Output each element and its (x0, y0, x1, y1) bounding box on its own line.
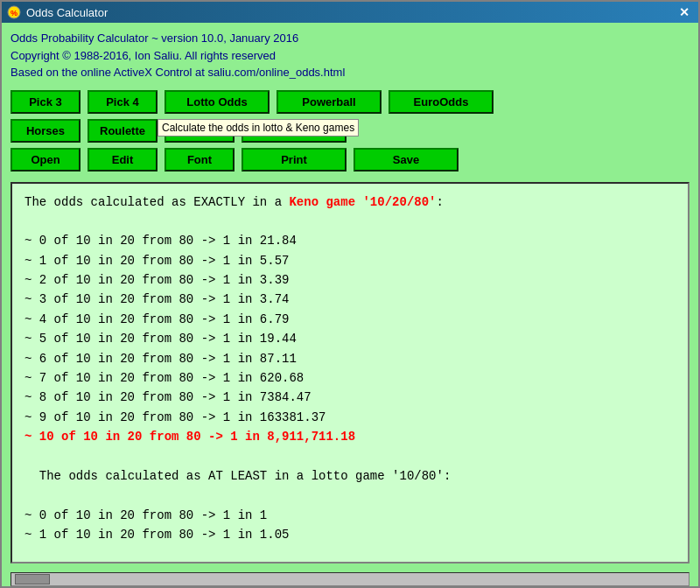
output-row: ~ 5 of 10 in 20 from 80 -> 1 in 19.44 (24, 329, 676, 348)
output-intro: The odds calculated as EXACTLY in a Keno… (24, 192, 676, 212)
output-row: ~ 1 of 10 in 20 from 80 -> 1 in 5.57 (24, 251, 676, 270)
roulette-button[interactable]: Roulette (88, 119, 158, 143)
output-row: ~ 2 of 10 in 20 from 80 -> 1 in 3.39 (24, 270, 676, 290)
svg-text:%: % (10, 9, 18, 18)
header-section: Odds Probability Calculator ~ version 10… (2, 23, 698, 85)
output-row: ~ 8 of 10 in 20 from 80 -> 1 in 7384.47 (24, 388, 676, 407)
hscrollbar-thumb[interactable] (15, 574, 50, 584)
button-row-3: Open Edit Font Print Save (10, 148, 690, 172)
titlebar: % Odds Calculator ✕ (2, 2, 698, 23)
header-line1: Odds Probability Calculator ~ version 10… (10, 30, 690, 47)
output-intro-text: The odds calculated as EXACTLY in a (24, 195, 289, 209)
header-line3: Based on the online ActiveX Control at s… (10, 64, 690, 81)
output-row: ~ 10 of 10 in 20 from 80 -> 1 in 8,911,7… (24, 427, 676, 446)
open-button[interactable]: Open (10, 148, 80, 172)
output-game-name: Keno game '10/20/80' (289, 195, 436, 209)
euroodds-button[interactable]: EuroOdds (388, 90, 494, 114)
pick3-button[interactable]: Pick 3 (10, 90, 80, 114)
horizontal-scrollbar[interactable] (10, 572, 690, 586)
pick4-button[interactable]: Pick 4 (88, 90, 158, 114)
tooltip-text: Calculate the odds in lotto & Keno games (158, 119, 359, 136)
close-button[interactable]: ✕ (676, 5, 693, 19)
output-row: ~ 3 of 10 in 20 from 80 -> 1 in 3.74 (24, 290, 676, 309)
output-row: ~ 4 of 10 in 20 from 80 -> 1 in 6.79 (24, 310, 676, 329)
output-row2: ~ 0 of 10 in 20 from 80 -> 1 in 1 (24, 506, 676, 525)
output-section2: The odds calculated as AT LEAST in a lot… (24, 466, 676, 486)
font-button[interactable]: Font (164, 148, 234, 172)
powerball-button[interactable]: Powerball (276, 90, 382, 114)
save-button[interactable]: Save (354, 148, 458, 172)
output-row: ~ 0 of 10 in 20 from 80 -> 1 in 21.84 (24, 231, 676, 250)
lotto-odds-button[interactable]: Lotto Odds (164, 90, 270, 114)
output-rows2: ~ 0 of 10 in 20 from 80 -> 1 in 1~ 1 of … (24, 506, 676, 545)
horses-button[interactable]: Horses (10, 119, 80, 143)
output-row: ~ 6 of 10 in 20 from 80 -> 1 in 87.11 (24, 349, 676, 368)
app-icon: % (7, 5, 21, 19)
roulette-tooltip-area: Roulette Calculate the odds in lotto & K… (88, 119, 158, 143)
edit-button[interactable]: Edit (88, 148, 158, 172)
output-rows: ~ 0 of 10 in 20 from 80 -> 1 in 21.84~ 1… (24, 231, 676, 446)
button-row-1: Pick 3 Pick 4 Lotto Odds Powerball EuroO… (10, 90, 690, 114)
output-row: ~ 7 of 10 in 20 from 80 -> 1 in 620.68 (24, 368, 676, 388)
output-area: The odds calculated as EXACTLY in a Keno… (10, 182, 690, 564)
button-row-2: Horses Roulette Calculate the odds in lo… (10, 119, 690, 143)
header-line2: Copyright © 1988-2016, Ion Saliu. All ri… (10, 47, 690, 65)
output-section2-text: The odds calculated as AT LEAST in a lot… (39, 469, 451, 483)
titlebar-title: Odds Calculator (26, 6, 108, 19)
main-window: % Odds Calculator ✕ Odds Probability Cal… (0, 0, 700, 588)
output-row: ~ 9 of 10 in 20 from 80 -> 1 in 163381.3… (24, 408, 676, 427)
output-intro-end: : (436, 195, 443, 209)
print-button[interactable]: Print (242, 148, 346, 172)
toolbar: Pick 3 Pick 4 Lotto Odds Powerball EuroO… (2, 85, 698, 182)
output-row2: ~ 1 of 10 in 20 from 80 -> 1 in 1.05 (24, 525, 676, 544)
output-scroll[interactable]: The odds calculated as EXACTLY in a Keno… (12, 184, 688, 563)
